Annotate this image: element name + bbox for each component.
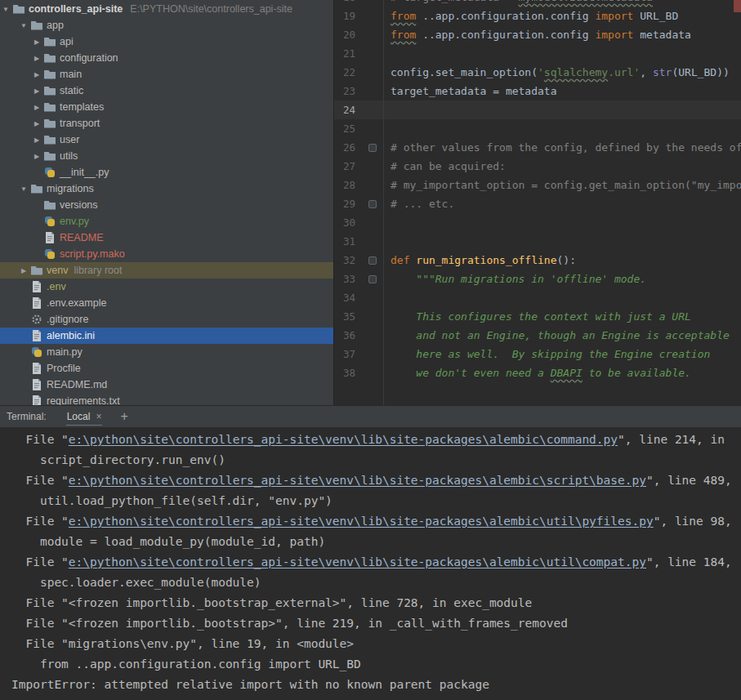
line-number: 22	[334, 66, 359, 78]
code-line[interactable]: 21	[334, 44, 741, 63]
fold-icon[interactable]	[359, 138, 383, 157]
tree-item-env.py[interactable]: env.py	[0, 213, 333, 230]
code-line[interactable]: 32def run_migrations_offline():	[334, 251, 741, 270]
gutter-space	[359, 345, 383, 363]
code-text: # target_metadata = mymodel.Base.metadat…	[383, 0, 653, 3]
terminal-tab-local[interactable]: Local ×	[63, 406, 106, 427]
tree-item-README[interactable]: README	[0, 230, 333, 246]
terminal-text: util.load_python_file(self.dir, "env.py"…	[11, 494, 333, 507]
chevron-right-icon[interactable]: ▶	[31, 71, 42, 78]
terminal-output[interactable]: File "e:\python\site\controllers_api-sit…	[0, 427, 741, 700]
code-line[interactable]: 23target_metadata = metadata	[334, 82, 741, 100]
code-line[interactable]: 20from ..app.configuration.config import…	[334, 25, 741, 44]
code-line[interactable]: 36 and not an Engine, though an Engine i…	[334, 326, 741, 345]
tree-item-app[interactable]: ▼app	[0, 17, 333, 33]
tree-item-requirements.txt[interactable]: requirements.txt	[0, 393, 333, 405]
code-line[interactable]: 26# other values from the config, define…	[334, 138, 741, 157]
tree-item-label: api	[60, 36, 74, 47]
fold-icon[interactable]	[359, 251, 383, 270]
code-token: str	[653, 66, 672, 78]
code-line[interactable]: 30	[334, 213, 741, 232]
tree-item-label: app	[47, 20, 64, 31]
new-terminal-tab-button[interactable]: +	[120, 410, 127, 423]
tree-item-utils[interactable]: ▶utils	[0, 148, 333, 164]
gear-icon	[29, 313, 44, 326]
tree-item-versions[interactable]: versions	[0, 197, 333, 213]
terminal-line: File "e:\python\site\controllers_api-sit…	[11, 552, 741, 573]
tree-item-__init__.py[interactable]: __init__.py	[0, 164, 333, 181]
tree-item-venv[interactable]: ▶venvlibrary root	[0, 262, 333, 279]
chevron-right-icon[interactable]: ▶	[31, 38, 42, 46]
editor-panel[interactable]: 18# target_metadata = mymodel.Base.metad…	[333, 0, 741, 405]
terminal-line: ImportError: attempted relative import w…	[11, 675, 741, 695]
tree-item-.env[interactable]: .env	[0, 279, 333, 295]
code-line[interactable]: 27# can be acquired:	[334, 157, 741, 176]
tree-item-migrations[interactable]: ▼migrations	[0, 181, 333, 197]
tree-item-main[interactable]: ▶main	[0, 66, 333, 82]
file-icon	[29, 280, 44, 293]
code-text: target_metadata = metadata	[383, 85, 557, 97]
tree-item-alembic.ini[interactable]: alembic.ini	[0, 328, 333, 344]
tree-item-script.py.mako[interactable]: script.py.mako	[0, 246, 333, 262]
chevron-right-icon[interactable]: ▶	[18, 267, 29, 274]
project-root-row[interactable]: ▼ controllers_api-site E:\PYTHON\site\co…	[0, 1, 333, 17]
tree-item-.gitignore[interactable]: .gitignore	[0, 311, 333, 328]
code-line[interactable]: 28# my_important_option = config.get_mai…	[334, 176, 741, 194]
chevron-right-icon[interactable]: ▶	[31, 153, 42, 160]
code-token: # can be acquired:	[391, 160, 506, 172]
file-link[interactable]: e:\python\site\controllers_api-site\venv…	[69, 555, 646, 568]
tree-item-README.md[interactable]: README.md	[0, 377, 333, 393]
code-line[interactable]: 34	[334, 288, 741, 307]
terminal-text: File "<frozen importlib._bootstrap_exter…	[11, 596, 532, 609]
fold-icon[interactable]	[359, 270, 383, 288]
code-line[interactable]: 25	[334, 119, 741, 138]
line-number: 32	[334, 254, 359, 266]
close-icon[interactable]: ×	[96, 411, 101, 422]
tree-item-transport[interactable]: ▶transport	[0, 115, 333, 132]
code-token: def	[391, 254, 409, 266]
code-token: we don't even need a	[391, 367, 551, 379]
tree-item-main.py[interactable]: main.py	[0, 344, 333, 360]
file-link[interactable]: e:\python\site\controllers_api-site\venv…	[69, 474, 646, 487]
code-line[interactable]: 22config.set_main_option('sqlalchemy.url…	[334, 63, 741, 82]
line-number: 19	[334, 10, 359, 22]
error-stripe[interactable]	[734, 0, 741, 405]
tree-item-api[interactable]: ▶api	[0, 33, 333, 50]
gutter-space	[359, 307, 383, 326]
code-token: run_migrations_offline	[409, 254, 556, 266]
chevron-right-icon[interactable]: ▶	[31, 55, 42, 62]
fold-icon[interactable]	[359, 194, 383, 213]
tree-item-user[interactable]: ▶user	[0, 132, 333, 148]
code-token: metadata	[633, 29, 690, 41]
chevron-down-icon[interactable]: ▼	[0, 6, 11, 13]
code-token: # other values from the config, defined …	[391, 141, 741, 154]
line-number: 20	[334, 29, 359, 41]
code-line[interactable]: 35 This configures the context with just…	[334, 307, 741, 326]
code-line[interactable]: 31	[334, 232, 741, 251]
code-token: ,	[640, 66, 653, 78]
code-line[interactable]: 29# ... etc.	[334, 194, 741, 213]
chevron-right-icon[interactable]: ▶	[31, 120, 42, 127]
chevron-right-icon[interactable]: ▶	[31, 136, 42, 144]
file-icon	[29, 378, 44, 391]
tree-item-static[interactable]: ▶static	[0, 82, 333, 99]
code-line[interactable]: 19from ..app.configuration.config import…	[334, 7, 741, 25]
code-line[interactable]: 33 """Run migrations in 'offline' mode.	[334, 270, 741, 288]
code-line[interactable]: 37 here as well. By skipping the Engine …	[334, 345, 741, 363]
code-line[interactable]: 24	[334, 100, 741, 119]
file-link[interactable]: e:\python\site\controllers_api-site\venv…	[69, 433, 618, 446]
chevron-down-icon[interactable]: ▼	[18, 185, 29, 193]
tree-item-Procfile[interactable]: Procfile	[0, 360, 333, 377]
chevron-right-icon[interactable]: ▶	[31, 87, 42, 95]
file-link[interactable]: e:\python\site\controllers_api-site\venv…	[69, 515, 654, 528]
code-line[interactable]: 18# target_metadata = mymodel.Base.metad…	[334, 0, 741, 7]
tree-item-templates[interactable]: ▶templates	[0, 99, 333, 115]
line-number: 25	[334, 123, 359, 135]
error-stripe-marker[interactable]	[734, 0, 741, 12]
tree-item-configuration[interactable]: ▶configuration	[0, 50, 333, 66]
code-line[interactable]: 38 we don't even need a DBAPI to be avai…	[334, 363, 741, 382]
chevron-right-icon[interactable]: ▶	[31, 104, 42, 111]
tree-item-label: .gitignore	[47, 314, 88, 325]
tree-item-.env.example[interactable]: .env.example	[0, 295, 333, 311]
chevron-down-icon[interactable]: ▼	[18, 22, 29, 29]
